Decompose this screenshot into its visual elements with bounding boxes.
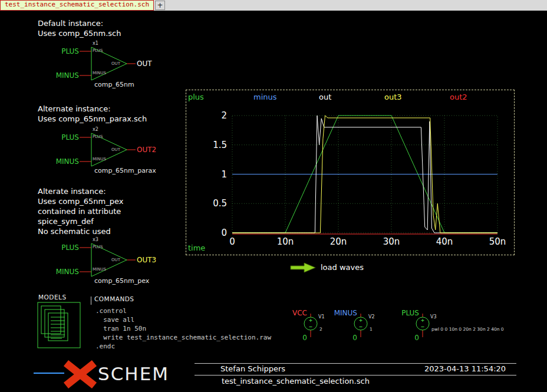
- models-block[interactable]: MODELS: [37, 292, 84, 351]
- logo-underline: [34, 373, 64, 374]
- author-text: Stefan Schippers: [220, 364, 285, 373]
- y-tick-label: 1.5: [213, 140, 227, 150]
- note-line: Uses comp_65nm_parax.sch: [38, 114, 147, 124]
- new-tab-button[interactable]: +: [155, 1, 165, 10]
- net-label-plus: PLUS: [46, 133, 79, 141]
- commands-block[interactable]: COMMANDS .control save all tran 1n 50n w…: [88, 294, 301, 353]
- pin-label-plus: PLUS: [93, 48, 103, 53]
- tab-schematic[interactable]: test_instance_schematic_selection.sch: [0, 0, 154, 11]
- xschem-logo-text: SCHEM: [98, 363, 169, 384]
- note-line: Uses comp_65nm.sch: [38, 28, 121, 38]
- spice-commands-text: .control save all tran 1n 50n write test…: [95, 307, 271, 351]
- instance-name: x1: [93, 41, 98, 46]
- y-tick-label: 2: [221, 110, 227, 121]
- legend-minus: minus: [253, 93, 277, 101]
- symbol-name: comp_65nm_parax: [94, 167, 156, 174]
- y-tick-label: 0.5: [213, 198, 227, 209]
- net-label-minus: MINUS: [46, 268, 79, 276]
- tab-label: test_instance_schematic_selection.sch: [5, 1, 149, 8]
- pin-label-plus: PLUS: [93, 245, 103, 249]
- x-tick-label: 40n: [436, 236, 453, 247]
- net-label-gnd: 0: [405, 334, 419, 342]
- net-label-gnd: 0: [293, 334, 307, 342]
- symbol-name: comp_65nm: [94, 81, 134, 88]
- xschem-logo-icon: [61, 360, 99, 389]
- net-label-minus: MINUS: [323, 309, 357, 317]
- comparator-x3[interactable]: PLUS MINUS OUT3 x3 PLUS MINUS OUT comp_6…: [59, 236, 168, 286]
- comparator-x1[interactable]: PLUS MINUS OUT x1 PLUS MINUS OUT comp_65…: [59, 40, 168, 90]
- note-line: contained in attribute: [38, 206, 123, 216]
- source-value: 2: [319, 327, 322, 332]
- note-alternate-instance: Alternate instance: Uses comp_65nm_parax…: [38, 104, 147, 124]
- net-label-plus: PLUS: [385, 309, 419, 317]
- titleblock-line-top: [195, 363, 516, 364]
- y-tick-label: 1: [221, 169, 227, 180]
- x-tick-label: 30n: [383, 236, 400, 247]
- source-value: 1: [370, 327, 373, 332]
- instance-name: x2: [93, 127, 98, 132]
- load-waves-launcher[interactable]: load waves: [290, 262, 396, 275]
- note-default-instance: Default instance: Uses comp_65nm.sch: [38, 18, 121, 38]
- commands-label: COMMANDS: [94, 295, 134, 302]
- note-line: Alternate instance:: [38, 104, 147, 114]
- commands-tick-line: [91, 297, 91, 305]
- note-line: No schematic used: [38, 226, 123, 236]
- legend-out2: out2: [450, 93, 467, 101]
- net-label-out: OUT: [137, 60, 152, 68]
- x-tick-label: 0: [229, 236, 235, 247]
- x-axis-label: time: [188, 243, 205, 252]
- waveform-graph[interactable]: 010n20n30n40n50n00.511.52plusminusoutout…: [186, 90, 515, 255]
- note-line: spice_sym_def: [38, 216, 123, 226]
- source-name: V2: [368, 314, 375, 319]
- pin-label-minus: MINUS: [93, 267, 106, 272]
- symbol-name: comp_65nm_pex: [94, 277, 149, 285]
- net-label-plus: PLUS: [46, 243, 79, 252]
- note-line: Uses comp_65nm_pex: [38, 196, 123, 206]
- arrow-icon: [290, 262, 317, 274]
- comparator-x2[interactable]: PLUS MINUS OUT2 x2 PLUS MINUS OUT comp_6…: [59, 126, 168, 176]
- x-tick-label: 20n: [330, 236, 347, 247]
- models-document-icon: [37, 302, 82, 349]
- x-tick-label: 10n: [277, 236, 294, 247]
- source-value: pwl 0 0 10n 0 20n 2 30n 2 40n 0: [431, 327, 504, 332]
- filename-text: test_instance_schematic_selection.sch: [222, 377, 370, 386]
- net-label-minus: MINUS: [46, 71, 79, 80]
- net-label-vcc: VCC: [273, 309, 307, 317]
- instance-name: x3: [93, 237, 98, 242]
- legend-out3: out3: [384, 93, 402, 101]
- note-line: Default instance:: [38, 18, 121, 28]
- note-alterate-instance: Alterate instance: Uses comp_65nm_pex co…: [38, 186, 123, 236]
- load-waves-label: load waves: [321, 263, 364, 272]
- datetime-text: 2023-04-13 11:54:20: [424, 364, 506, 373]
- pin-label-out: OUT: [111, 258, 120, 262]
- tab-bar: test_instance_schematic_selection.sch +: [0, 0, 547, 11]
- net-label-out2: OUT2: [137, 146, 156, 154]
- net-label-out3: OUT3: [137, 256, 156, 264]
- waveform-plot: 010n20n30n40n50n00.511.52: [186, 90, 514, 255]
- note-line: Alterate instance:: [38, 186, 123, 196]
- source-name: V3: [430, 314, 437, 319]
- models-label: MODELS: [38, 294, 67, 301]
- x-tick-label: 50n: [489, 236, 506, 247]
- pin-label-minus: MINUS: [93, 71, 106, 75]
- pin-label-plus: PLUS: [93, 134, 103, 139]
- titleblock-line-bottom: [195, 375, 516, 375]
- pin-label-out: OUT: [111, 147, 120, 152]
- pin-label-minus: MINUS: [93, 157, 106, 162]
- vsource-v3[interactable]: PLUS V3 pwl 0 0 10n 0 20n 2 30n 2 40n 0 …: [399, 309, 476, 345]
- net-label-plus: PLUS: [46, 47, 79, 55]
- y-tick-label: 0: [221, 228, 227, 238]
- pin-label-out: OUT: [111, 61, 120, 66]
- net-label-minus: MINUS: [46, 157, 79, 166]
- legend-out: out: [319, 93, 331, 101]
- net-label-gnd: 0: [343, 334, 357, 342]
- legend-plus: plus: [188, 93, 204, 101]
